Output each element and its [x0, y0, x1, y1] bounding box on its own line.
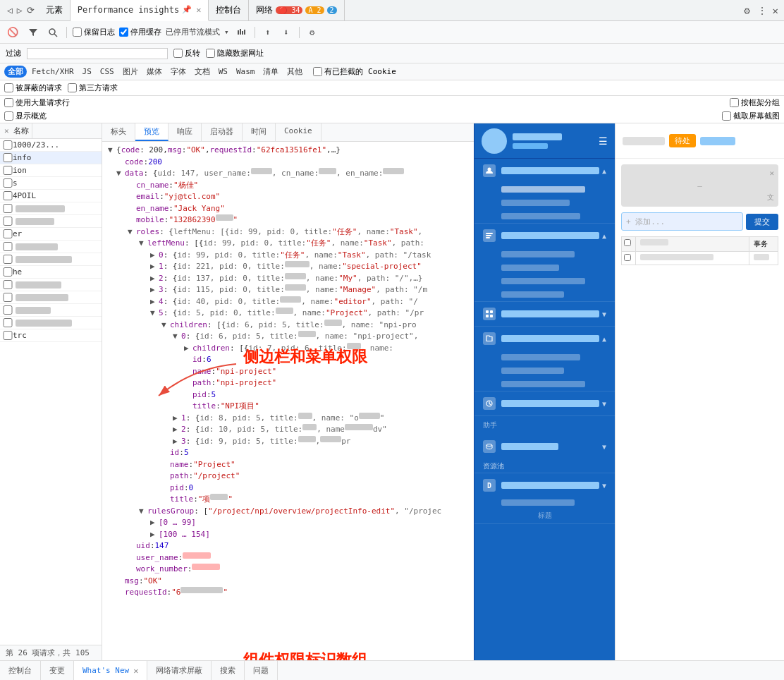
list-item-checkbox[interactable] — [3, 140, 13, 150]
app-add-input[interactable]: + 添加... — [621, 212, 743, 231]
clear-button[interactable]: 🚫 — [4, 25, 21, 39]
list-item[interactable]: 1000/23... — [0, 139, 102, 152]
bottom-tab-console[interactable]: 控制台 — [0, 661, 41, 680]
list-item-checkbox[interactable] — [3, 280, 13, 289]
hide-data-urls-input[interactable] — [206, 49, 215, 58]
filter-tab-other[interactable]: 其他 — [283, 66, 306, 78]
list-item-checkbox[interactable] — [3, 166, 13, 175]
screenshot-checkbox[interactable]: 截取屏幕截图 — [722, 111, 780, 121]
tab-elements[interactable]: 元素 — [39, 0, 71, 21]
back-icon[interactable]: ◁ — [7, 5, 13, 16]
large-rows-input[interactable] — [4, 98, 13, 107]
list-item[interactable]: 4POIL — [0, 190, 102, 202]
app-table-row-checkbox[interactable] — [624, 254, 631, 261]
list-item-checkbox[interactable] — [3, 178, 13, 188]
export-button[interactable]: ⬇ — [279, 25, 293, 40]
filter-tab-font[interactable]: 字体 — [167, 66, 190, 78]
app-submit-button[interactable]: 提交 — [746, 214, 778, 230]
json-toggle[interactable]: ▼ — [173, 331, 181, 343]
third-party-input[interactable] — [68, 83, 77, 92]
filter-tab-manifest[interactable]: 清单 — [259, 66, 282, 78]
sidebar-item[interactable] — [474, 210, 615, 223]
invert-input[interactable] — [173, 49, 183, 58]
list-item-checkbox[interactable] — [3, 318, 13, 327]
bottom-tab-whats-new[interactable]: What's New ✕ — [74, 661, 147, 680]
filter-tab-media[interactable]: 媒体 — [143, 66, 166, 78]
filter-input[interactable] — [27, 48, 168, 59]
list-item-checkbox[interactable] — [3, 255, 13, 264]
list-item-checkbox[interactable] — [3, 191, 13, 200]
bottom-tab-network-blocking[interactable]: 网络请求屏蔽 — [147, 661, 212, 680]
sidebar-collapse-icon[interactable]: ☰ — [599, 135, 608, 147]
list-item-checkbox[interactable] — [3, 293, 13, 302]
tab-initiator[interactable]: 启动器 — [202, 123, 243, 141]
list-item[interactable] — [0, 317, 102, 329]
tab-response[interactable]: 响应 — [169, 123, 202, 141]
list-item[interactable] — [0, 304, 102, 317]
bottom-tab-search[interactable]: 搜索 — [212, 661, 245, 680]
list-item[interactable]: s — [0, 177, 102, 190]
json-toggle[interactable]: ▼ — [150, 308, 159, 320]
list-item[interactable] — [0, 253, 102, 266]
list-item-checkbox[interactable] — [3, 204, 13, 213]
json-toggle[interactable]: ▼ — [116, 168, 125, 180]
filter-icon[interactable] — [25, 25, 41, 40]
preserve-log-input[interactable] — [73, 28, 82, 37]
list-item[interactable] — [0, 215, 102, 228]
throttle-dropdown-icon[interactable]: ▾ — [224, 28, 229, 37]
json-toggle[interactable]: ▶ — [173, 424, 181, 436]
large-rows-checkbox[interactable]: 使用大量请求行 — [4, 97, 70, 108]
list-item-checkbox[interactable] — [3, 331, 13, 340]
sidebar-section-resource-pool-header[interactable]: ▼ — [474, 435, 615, 459]
reload-icon[interactable]: ⟳ — [27, 5, 35, 16]
list-item[interactable]: he — [0, 266, 102, 279]
col-header-name[interactable]: 名称 — [11, 123, 32, 138]
json-toggle[interactable]: ▼ — [161, 320, 170, 332]
framework-group-checkbox[interactable]: 按框架分组 — [730, 97, 780, 108]
filter-tab-ws[interactable]: WS — [215, 66, 231, 77]
sidebar-section-user-header[interactable]: ▲ — [474, 159, 615, 183]
network-settings-icon[interactable]: ⚙ — [305, 25, 319, 40]
json-content[interactable]: ▼ { code : 200, msg : "OK" , requestId :… — [102, 142, 474, 660]
json-toggle[interactable]: ▼ — [139, 506, 147, 518]
app-table-select-all[interactable] — [624, 239, 631, 246]
list-item[interactable] — [0, 279, 102, 291]
list-item-checkbox[interactable] — [3, 229, 13, 238]
json-toggle[interactable]: ▶ — [150, 273, 159, 285]
list-item-checkbox[interactable] — [3, 217, 13, 226]
blocked-requests-checkbox[interactable]: 被屏蔽的请求 — [4, 83, 62, 93]
list-item-checkbox[interactable] — [3, 153, 13, 162]
network-list[interactable]: 1000/23... info ion s 4POIL — [0, 139, 102, 645]
forward-icon[interactable]: ▷ — [17, 5, 23, 16]
filter-tab-all[interactable]: 全部 — [4, 66, 27, 78]
sidebar-item[interactable] — [474, 261, 615, 274]
show-overview-checkbox[interactable]: 显示概览 — [4, 111, 47, 121]
search-button[interactable] — [45, 25, 61, 40]
filter-tab-doc[interactable]: 文档 — [191, 66, 214, 78]
json-toggle[interactable]: ▶ — [150, 529, 159, 541]
sidebar-item[interactable] — [474, 364, 615, 377]
json-toggle[interactable]: ▶ — [150, 517, 159, 529]
hide-data-urls-checkbox[interactable]: 隐藏数据网址 — [206, 48, 264, 59]
json-toggle[interactable]: ▼ — [108, 145, 116, 157]
blocked-requests-input[interactable] — [4, 83, 13, 92]
list-item[interactable] — [0, 291, 102, 304]
list-item[interactable]: trc — [0, 329, 102, 342]
sidebar-section-tasks-header[interactable]: ▲ — [474, 224, 615, 248]
sidebar-item[interactable] — [474, 183, 615, 196]
tab-performance-insights[interactable]: Performance insights 📌 ✕ — [71, 0, 209, 21]
preserve-log-checkbox[interactable]: 保留日志 — [73, 27, 115, 37]
tab-time[interactable]: 时间 — [243, 123, 276, 141]
json-toggle[interactable]: ▶ — [150, 261, 159, 273]
tab-cookie[interactable]: Cookie — [276, 123, 321, 141]
filter-tab-wasm[interactable]: Wasm — [233, 66, 259, 77]
list-item-checkbox[interactable] — [3, 267, 13, 277]
tab-network[interactable]: 网络 🔴 34 A 2 2 — [249, 0, 344, 21]
json-toggle[interactable]: ▶ — [184, 343, 192, 355]
intercepted-cookie-input[interactable] — [313, 67, 322, 76]
more-icon[interactable]: ⋮ — [754, 5, 770, 16]
tab-performance-close-icon[interactable]: ✕ — [196, 5, 201, 15]
sidebar-item[interactable] — [474, 274, 615, 288]
tab-headers[interactable]: 标头 — [102, 123, 135, 141]
framework-group-input[interactable] — [730, 98, 739, 107]
